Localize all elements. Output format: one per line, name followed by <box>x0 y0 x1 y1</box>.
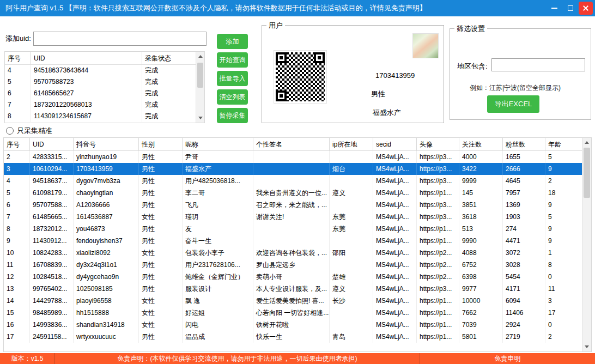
table-cell: 9 <box>545 235 583 247</box>
table-cell: 14 <box>4 295 30 307</box>
table-cell: 5 <box>4 187 30 199</box>
table-row[interactable]: 1210284518...dy4ygcehao9n男性鲍维金（金辉门业）卖萌小哥… <box>4 271 583 283</box>
table-cell <box>330 235 373 247</box>
table-cell: 1655 <box>503 151 545 163</box>
column-header[interactable]: ip所在地 <box>330 138 373 151</box>
column-header[interactable]: 序号 <box>4 138 30 151</box>
table-cell <box>330 151 373 163</box>
table-cell: 15 <box>4 307 30 319</box>
add-uid-input[interactable] <box>33 32 207 46</box>
version-label: 版本：v1.5 <box>0 353 54 364</box>
table-row[interactable]: 310610294...1703413959男性福盛水产烟台MS4wLjA...… <box>4 163 583 175</box>
column-header[interactable]: UID <box>31 52 142 65</box>
pause-collect-button[interactable]: 暂停采集 <box>217 108 248 123</box>
table-row[interactable]: 1116708839...dy3x24q3i1o1男性用户2317628106.… <box>4 259 583 271</box>
column-header[interactable]: 年龄 <box>545 138 583 151</box>
table-cell: 9999 <box>459 175 503 187</box>
table-cell: 男性 <box>139 223 183 235</box>
table-row[interactable]: 494518637...dygov7mvb3za男性用户4825036818..… <box>4 175 583 187</box>
scroll-up-icon[interactable] <box>582 138 591 147</box>
table-cell: 12 <box>4 271 30 283</box>
table-row[interactable]: 1724591158...wrtyxxuucuuc男性温品成快乐一生青岛MS4w… <box>4 331 583 343</box>
table-cell: MS4wLjA... <box>373 163 417 175</box>
queue-table-body: 4945186373643644完成595707588723完成66148566… <box>5 65 204 122</box>
scroll-down-icon[interactable] <box>582 342 591 351</box>
table-cell: MS4wLjA... <box>373 235 417 247</box>
queue-scroll-thumb[interactable] <box>197 63 203 88</box>
table-cell <box>330 175 373 187</box>
column-header[interactable]: 采集状态 <box>142 52 197 65</box>
titlebar: 阿斗用户查询 v1.5 【声明：软件只搜索互联网公开数据不涉及个人隐私，请勿将软… <box>0 0 595 16</box>
table-cell: 男性 <box>139 259 183 271</box>
batch-import-button[interactable]: 批量导入 <box>217 71 248 86</box>
table-row[interactable]: 4945186373643644完成 <box>5 65 197 76</box>
results-scroll-thumb[interactable] <box>584 148 590 198</box>
queue-scrollbar[interactable] <box>196 52 204 123</box>
table-cell: dy3x24q3i1o1 <box>74 259 139 271</box>
column-header[interactable]: secid <box>373 138 417 151</box>
table-cell: 61485665... <box>30 211 74 223</box>
user-nickname-value: 福盛水产 <box>373 108 401 118</box>
table-row[interactable]: 242833315...yinzhunyao19男性尹哥MS4wLjA...ht… <box>4 151 583 163</box>
column-header[interactable]: 个性签名 <box>253 138 330 151</box>
table-cell: 2 <box>545 175 583 187</box>
table-cell: 罗山县定远乡 <box>253 259 330 271</box>
table-cell: 快乐一生 <box>253 331 330 343</box>
table-row[interactable]: 1010824283...xiaolizi8092女性包装袋小李子欢迎咨询各种包… <box>4 247 583 259</box>
table-row[interactable]: 818732012...you46873男性友东莞MS4wLjA...https… <box>4 223 583 235</box>
table-cell: 9 <box>545 223 583 235</box>
table-row[interactable]: 761485665...1614536887女性瑾玥谢谢关注!东莞MS4wLjA… <box>4 211 583 223</box>
action-buttons: 添加 开始查询 批量导入 清空列表 暂停采集 <box>217 34 248 123</box>
table-cell: 完成 <box>142 88 197 99</box>
table-row[interactable]: 81143091234615687完成 <box>5 111 197 122</box>
column-header[interactable]: 关注数 <box>459 138 503 151</box>
table-cell <box>253 235 330 247</box>
disclaimer-button[interactable]: 免责申明 <box>420 353 595 364</box>
table-row[interactable]: 1399765402...1025098185男性服装设计本人专业设计服装，及.… <box>4 283 583 295</box>
table-row[interactable]: 1598485989...hh1515888女性好运姐心若向阳 一切皆好相逢..… <box>4 307 583 319</box>
clear-list-button[interactable]: 清空列表 <box>217 89 248 105</box>
table-cell: MS4wLjA... <box>373 319 417 331</box>
scroll-up-icon[interactable] <box>196 52 204 61</box>
start-query-button[interactable]: 开始查询 <box>217 52 248 68</box>
table-cell: https://p1... <box>417 235 459 247</box>
add-button[interactable]: 添加 <box>217 34 248 49</box>
table-cell: 飞凡 <box>183 199 253 211</box>
column-header[interactable]: 序号 <box>5 52 31 65</box>
table-cell: 东莞 <box>330 223 373 235</box>
scroll-down-icon[interactable] <box>196 113 204 123</box>
table-row[interactable]: 595707588723完成 <box>5 76 197 88</box>
table-cell: 3072 <box>503 247 545 259</box>
export-excel-button[interactable]: 导出EXCEL <box>487 95 539 113</box>
table-cell: 3028 <box>503 259 545 271</box>
precise-only-radio[interactable] <box>6 127 14 135</box>
table-row[interactable]: 1414429788...piaoyi96558女性飘 逸爱生活爱美爱拍照! 喜… <box>4 295 583 307</box>
table-cell: 9 <box>4 235 30 247</box>
table-row[interactable]: 561098179...chaoyingtian男性李二哥我来自贵州遵义的一位.… <box>4 187 583 199</box>
table-row[interactable]: 1614993836...shandian314918女性闪电铁树开花啦MS4w… <box>4 319 583 331</box>
table-cell: 9977 <box>459 283 503 295</box>
column-header[interactable]: 性别 <box>139 138 183 151</box>
close-button[interactable] <box>579 2 593 15</box>
table-cell: MS4wLjA... <box>373 259 417 271</box>
table-cell: 3851 <box>459 199 503 211</box>
column-header[interactable]: 抖音号 <box>74 138 139 151</box>
region-filter-input[interactable] <box>491 58 585 71</box>
results-scrollbar[interactable] <box>582 138 591 351</box>
table-row[interactable]: 695707588...A12036666男性飞凡召之即来，来之能战，...MS… <box>4 199 583 211</box>
table-cell: 945186373643644 <box>31 65 142 76</box>
column-header[interactable]: UID <box>30 138 74 151</box>
precise-only-option: 只采集精准 <box>6 126 52 136</box>
table-row[interactable]: 911430912...fendouyishen37男性奋斗一生MS4wLjA.… <box>4 235 583 247</box>
table-cell: 145 <box>459 187 503 199</box>
table-cell: 友 <box>183 223 253 235</box>
table-row[interactable]: 661485665627完成 <box>5 88 197 99</box>
table-row[interactable]: 71873201220568013完成 <box>5 99 197 111</box>
column-header[interactable]: 头像 <box>417 138 459 151</box>
minimize-button[interactable] <box>546 0 562 16</box>
maximize-button[interactable] <box>562 0 579 16</box>
column-header[interactable]: 昵称 <box>183 138 253 151</box>
column-header[interactable]: 粉丝数 <box>503 138 545 151</box>
table-cell: 长沙 <box>330 295 373 307</box>
table-cell: 98485989... <box>30 307 74 319</box>
